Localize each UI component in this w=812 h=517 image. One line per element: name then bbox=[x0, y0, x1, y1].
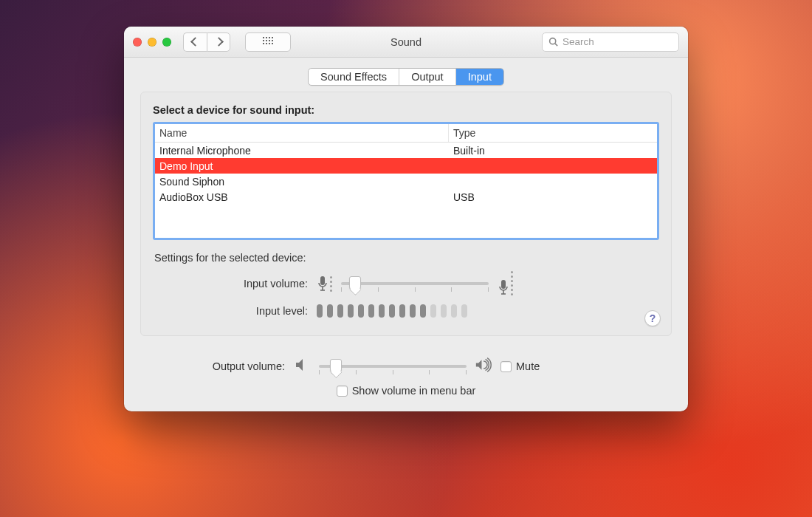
chevron-right-icon bbox=[214, 37, 224, 47]
tab-input[interactable]: Input bbox=[456, 69, 503, 85]
device-name: Demo Input bbox=[155, 158, 449, 174]
checkbox-box bbox=[500, 361, 512, 372]
speaker-high-icon bbox=[475, 357, 492, 376]
column-header-name[interactable]: Name bbox=[155, 124, 449, 142]
input-panel: Select a device for sound input: Name Ty… bbox=[140, 92, 672, 336]
device-row[interactable]: AudioBox USBUSB bbox=[155, 189, 657, 205]
device-name: Sound Siphon bbox=[155, 174, 449, 189]
grid-icon bbox=[263, 37, 273, 47]
footer: Output volume: Mute Show volume in menu … bbox=[124, 345, 688, 411]
svg-rect-5 bbox=[501, 280, 506, 289]
device-row[interactable]: Demo Input bbox=[155, 158, 657, 174]
show-all-button[interactable] bbox=[245, 32, 291, 52]
search-field[interactable]: Search bbox=[542, 32, 679, 52]
device-type bbox=[449, 158, 657, 174]
forward-button[interactable] bbox=[207, 32, 230, 52]
tab-bar: Sound EffectsOutputInput bbox=[124, 58, 688, 92]
speaker-low-icon bbox=[294, 357, 310, 376]
svg-line-1 bbox=[555, 44, 557, 46]
device-type bbox=[449, 174, 657, 189]
device-row[interactable]: Internal MicrophoneBuilt-in bbox=[155, 143, 657, 158]
input-volume-row: Input volume: bbox=[153, 271, 659, 295]
column-header-type[interactable]: Type bbox=[449, 124, 657, 142]
mute-checkbox[interactable]: Mute bbox=[500, 360, 540, 372]
nav-buttons bbox=[183, 32, 230, 52]
input-volume-label: Input volume: bbox=[153, 278, 308, 290]
settings-heading: Settings for the selected device: bbox=[154, 252, 659, 264]
device-name: AudioBox USB bbox=[155, 189, 449, 205]
close-window-button[interactable] bbox=[133, 38, 142, 47]
titlebar: Sound Search bbox=[124, 27, 688, 58]
search-placeholder: Search bbox=[562, 36, 594, 47]
mic-low-icon bbox=[317, 275, 332, 292]
svg-rect-2 bbox=[320, 276, 325, 285]
sound-preferences-window: Sound Search Sound EffectsOutputInput Se… bbox=[124, 27, 688, 411]
show-volume-menubar-label: Show volume in menu bar bbox=[352, 385, 476, 397]
device-type: USB bbox=[449, 189, 657, 205]
show-volume-menubar-checkbox[interactable]: Show volume in menu bar bbox=[337, 385, 476, 397]
segmented-control: Sound EffectsOutputInput bbox=[308, 68, 504, 86]
device-table[interactable]: Name Type Internal MicrophoneBuilt-inDem… bbox=[153, 122, 659, 240]
device-select-heading: Select a device for sound input: bbox=[153, 104, 659, 116]
checkbox-box bbox=[337, 386, 348, 397]
minimize-window-button[interactable] bbox=[148, 38, 156, 47]
output-volume-slider[interactable] bbox=[319, 359, 467, 374]
device-type: Built-in bbox=[449, 143, 657, 158]
svg-point-0 bbox=[550, 38, 556, 44]
input-volume-slider[interactable] bbox=[341, 276, 489, 291]
mic-high-icon bbox=[498, 271, 513, 295]
chevron-left-icon bbox=[190, 37, 200, 47]
output-volume-label: Output volume: bbox=[140, 360, 285, 372]
input-level-label: Input level: bbox=[153, 305, 308, 317]
tab-sound-effects[interactable]: Sound Effects bbox=[309, 69, 399, 85]
device-table-header: Name Type bbox=[155, 124, 657, 143]
mute-label: Mute bbox=[516, 360, 540, 372]
output-volume-row: Output volume: Mute bbox=[140, 357, 672, 376]
search-icon bbox=[548, 37, 558, 47]
back-button[interactable] bbox=[183, 32, 207, 52]
zoom-window-button[interactable] bbox=[162, 38, 171, 47]
input-level-row: Input level: bbox=[153, 304, 659, 318]
tab-output[interactable]: Output bbox=[399, 69, 456, 85]
window-controls bbox=[133, 38, 171, 47]
device-name: Internal Microphone bbox=[155, 143, 449, 158]
device-row[interactable]: Sound Siphon bbox=[155, 174, 657, 189]
input-level-meter bbox=[317, 304, 467, 318]
help-button[interactable]: ? bbox=[644, 310, 661, 326]
